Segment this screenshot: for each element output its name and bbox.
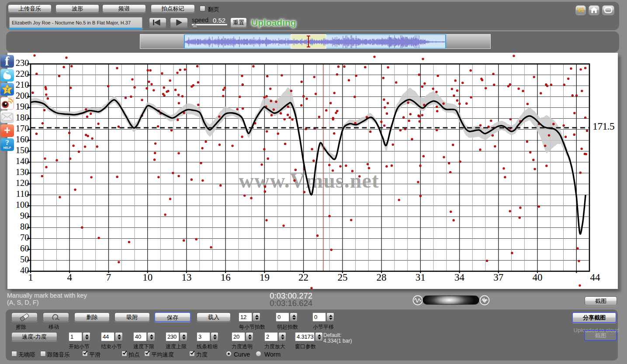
svg-text:170: 170 [16,124,29,133]
svg-text:70: 70 [20,233,29,242]
svg-text:40: 40 [533,272,543,283]
svg-text:130: 130 [16,167,29,177]
svg-text:171.5: 171.5 [592,120,615,132]
svg-text:10: 10 [142,272,152,283]
svg-text:19: 19 [260,272,270,283]
svg-text:200: 200 [16,91,29,100]
svg-text:31: 31 [416,272,426,283]
svg-text:230: 230 [16,58,29,68]
svg-text:190: 190 [16,102,29,111]
svg-text:120: 120 [16,178,29,188]
svg-text:13: 13 [181,272,191,283]
svg-text:22: 22 [298,272,308,283]
svg-text:34: 34 [454,272,465,283]
svg-text:160: 160 [16,134,29,144]
svg-text:37: 37 [493,272,503,283]
svg-text:60: 60 [20,244,29,253]
svg-text:28: 28 [377,272,387,283]
svg-text:110: 110 [16,189,29,199]
svg-text:180: 180 [16,113,29,122]
svg-text:16: 16 [221,272,231,283]
svg-text:80: 80 [20,222,29,231]
svg-text:220: 220 [16,69,29,79]
svg-text:210: 210 [16,80,29,89]
svg-text:1: 1 [28,272,33,283]
svg-text:90: 90 [20,211,29,220]
svg-text:150: 150 [16,145,29,155]
svg-text:44: 44 [590,272,601,283]
svg-text:140: 140 [16,156,29,166]
svg-text:7: 7 [106,272,111,283]
svg-text:100: 100 [16,200,29,209]
svg-text:50: 50 [20,254,29,264]
svg-text:25: 25 [337,272,347,283]
svg-text:4: 4 [67,272,72,283]
